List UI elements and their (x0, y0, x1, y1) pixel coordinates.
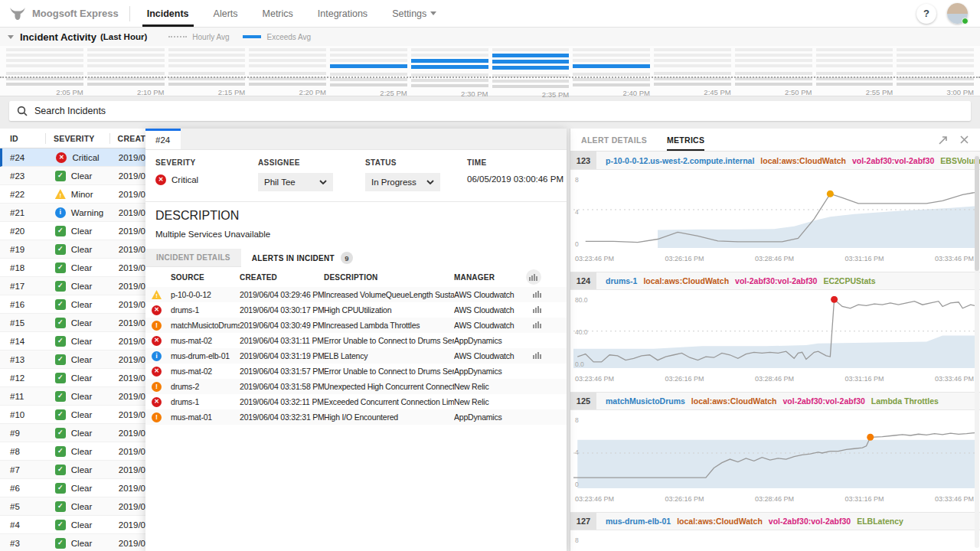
severity-value: Critical (172, 175, 198, 184)
incident-row[interactable]: #9✓Clear2019/0 (0, 424, 145, 442)
incident-row[interactable]: #20✓Clear2019/0 (0, 222, 145, 240)
alert-row[interactable]: !p-10-0-0-122019/06/04 03:29:46 PMIncrea… (145, 287, 567, 302)
col-created[interactable]: CREAT (109, 133, 145, 144)
nav-alerts[interactable]: Alerts (201, 0, 250, 27)
collapse-caret-icon[interactable] (8, 35, 14, 42)
status-select[interactable]: In Progress (365, 173, 440, 191)
y-axis-tick: 8 (575, 416, 579, 424)
incident-severity: ✕Critical (47, 152, 110, 163)
alert-row[interactable]: ✕drums-12019/06/04 03:32:11 PMExceeded C… (145, 394, 567, 409)
alert-row[interactable]: ✕mus-mat-022019/06/04 03:31:11 PMError U… (145, 333, 567, 348)
y-axis-tick: 80.0 (575, 296, 588, 304)
incident-row[interactable]: #18✓Clear2019/0 (0, 259, 145, 277)
assignee-select[interactable]: Phil Tee (258, 173, 333, 191)
major-severity-icon: ! (152, 321, 162, 331)
incident-row[interactable]: #5✓Clear2019/0 (0, 497, 145, 516)
timeline-tick-label: 2:10 PM (87, 88, 165, 96)
incident-id: #8 (0, 447, 46, 456)
incident-severity: ✓Clear (46, 299, 111, 310)
incident-row[interactable]: #16✓Clear2019/0 (0, 295, 145, 314)
incident-row[interactable]: #10✓Clear2019/0 (0, 406, 145, 424)
incident-created: 2019/0 (111, 337, 145, 346)
alert-row[interactable]: !matchMusictoDrums2019/06/04 03:30:49 PM… (145, 318, 567, 333)
incident-row[interactable]: #12✓Clear2019/0 (0, 369, 145, 387)
alert-chart-button[interactable] (533, 305, 542, 315)
nav-metrics[interactable]: Metrics (250, 0, 305, 27)
y-axis-tick: 8 (575, 176, 579, 184)
incident-created: 2019/0 (111, 245, 145, 254)
incident-row[interactable]: #3✓Clear2019/0 (0, 534, 145, 551)
clear-severity-icon: ✓ (55, 391, 66, 402)
alert-chart-button[interactable] (533, 321, 542, 330)
timeline-segment: 2:20 PM (249, 48, 326, 96)
alert-chart-button[interactable] (533, 290, 542, 299)
tab-alert-details[interactable]: ALERT DETAILS (581, 129, 647, 151)
incident-row[interactable]: #11✓Clear2019/0 (0, 387, 145, 406)
tab-incident-24[interactable]: #24 (145, 129, 181, 149)
nav-settings[interactable]: Settings (380, 0, 449, 27)
metric-chart: 840 (573, 416, 975, 490)
x-axis-tick: 03:31:16 PM (844, 255, 884, 262)
incident-row[interactable]: #6✓Clear2019/0 (0, 479, 145, 497)
x-axis-tick: 03:26:16 PM (665, 495, 704, 503)
incident-row[interactable]: #13✓Clear2019/0 (0, 350, 145, 369)
timeline-tick-label: 2:30 PM (411, 90, 488, 98)
incident-row[interactable]: #19✓Clear2019/0 (0, 240, 145, 259)
incident-created: 2019/0 (111, 227, 145, 236)
alert-source: p-10-0-0-12 (171, 290, 240, 299)
metric-card-header[interactable]: 125matchMusictoDrumslocal:aws:CloudWatch… (570, 392, 980, 410)
field-severity: SEVERITY ✕ Critical (155, 158, 258, 191)
alert-row[interactable]: ✕mus-mat-022019/06/04 03:31:57 PMError U… (145, 364, 567, 379)
incident-row[interactable]: #21iWarning2019/0 (0, 204, 145, 222)
alert-description: High CPUUtilization (324, 305, 454, 315)
alert-row[interactable]: !drums-22019/06/04 03:31:58 PMUnexpected… (145, 379, 567, 394)
col-id[interactable]: ID (0, 134, 45, 143)
alert-manager: AWS Cloudwatch (454, 321, 526, 330)
col-alert-created[interactable]: CREATED (240, 273, 324, 282)
incident-created: 2019/0 (111, 171, 145, 181)
alert-source: drums-1 (171, 397, 240, 406)
incident-row[interactable]: #4✓Clear2019/0 (0, 516, 145, 534)
alert-created: 2019/06/04 03:32:11 PM (240, 397, 324, 406)
col-severity[interactable]: SEVERITY (45, 133, 109, 144)
alert-row[interactable]: !mus-mat-012019/06/04 03:32:31 PMHigh I/… (145, 409, 567, 425)
incident-created: 2019/0 (111, 539, 145, 548)
alert-row[interactable]: ✕drums-12019/06/04 03:30:17 PMHigh CPUUt… (145, 302, 567, 318)
clear-severity-icon: ✓ (55, 409, 66, 420)
severity-label: Clear (71, 337, 92, 346)
expand-icon[interactable] (938, 135, 949, 145)
nav-integrations[interactable]: Integrations (305, 0, 380, 27)
help-button[interactable]: ? (916, 4, 936, 24)
scrollbar[interactable] (975, 155, 979, 548)
incident-row[interactable]: #8✓Clear2019/0 (0, 442, 145, 461)
tab-metrics[interactable]: METRICS (667, 129, 704, 151)
nav-incidents[interactable]: Incidents (135, 0, 201, 27)
close-icon[interactable] (959, 135, 969, 145)
incident-row[interactable]: #14✓Clear2019/0 (0, 332, 145, 350)
tab-alerts-in-incident[interactable]: ALERTS IN INCIDENT 9 (241, 249, 364, 267)
avatar[interactable] (947, 3, 968, 24)
incident-row[interactable]: #24✕Critical2019/0 (0, 148, 145, 167)
incident-row[interactable]: #23✓Clear2019/0 (0, 167, 145, 185)
col-description[interactable]: DESCRIPTION (324, 273, 454, 282)
incident-activity-timeline: 2:05 PM2:10 PM2:15 PM2:20 PM2:25 PM2:30 … (0, 46, 980, 96)
metric-card-header[interactable]: 127mus-drum-elb-01local:aws:CloudWatchvo… (570, 512, 980, 530)
metric-card-header[interactable]: 124drums-1local:aws:CloudWatchvol-2abf30… (570, 272, 980, 290)
timeline-track: 2:05 PM2:10 PM2:15 PM2:20 PM2:25 PM2:30 … (6, 48, 974, 96)
chart-column-button[interactable] (526, 269, 541, 285)
scrollbar-thumb[interactable] (975, 156, 979, 271)
tab-incident-details[interactable]: INCIDENT DETAILS (145, 249, 241, 267)
incident-row[interactable]: #15✓Clear2019/0 (0, 314, 145, 332)
incident-row[interactable]: #22!Minor2019/0 (0, 185, 145, 204)
incident-severity: ✓Clear (46, 244, 111, 255)
col-manager[interactable]: MANAGER (454, 273, 526, 282)
incident-row[interactable]: #7✓Clear2019/0 (0, 461, 145, 479)
alert-row[interactable]: imus-drum-elb-012019/06/04 03:31:19 PMEL… (145, 348, 567, 364)
metric-card-header[interactable]: 123p-10-0-0-12.us-west-2.compute.interna… (570, 152, 980, 170)
timeline-segment: 2:40 PM (573, 48, 650, 96)
search-input[interactable] (34, 106, 963, 116)
incident-row[interactable]: #17✓Clear2019/0 (0, 277, 145, 295)
alert-manager: AWS Cloudwatch (454, 351, 526, 360)
alert-chart-button[interactable] (533, 351, 542, 360)
col-source[interactable]: SOURCE (171, 273, 240, 282)
